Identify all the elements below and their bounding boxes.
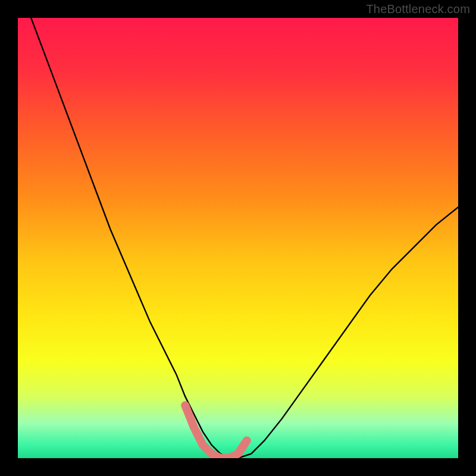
chart-frame: TheBottleneck.com <box>0 0 476 476</box>
watermark-text: TheBottleneck.com <box>366 2 470 16</box>
gradient-background <box>18 18 458 458</box>
bottleneck-chart <box>18 18 458 458</box>
